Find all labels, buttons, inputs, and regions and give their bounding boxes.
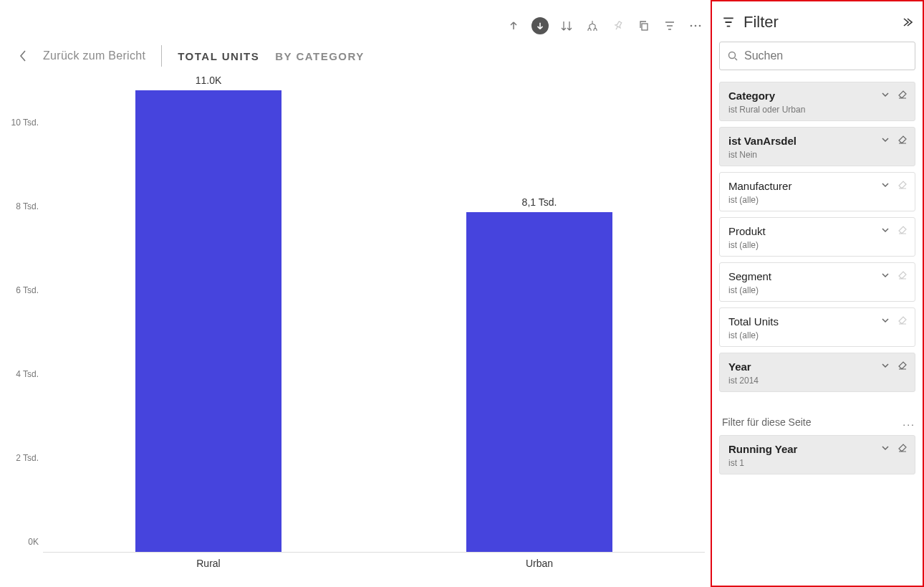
chevron-down-icon[interactable] <box>880 90 890 100</box>
search-input[interactable] <box>744 49 908 62</box>
filter-card-subtitle: ist (alle) <box>728 330 906 340</box>
filter-search[interactable] <box>719 42 915 70</box>
breadcrumb: Zurück zum Bericht TOTAL UNITS BY CATEGO… <box>0 0 711 69</box>
filter-card-actions <box>880 315 908 325</box>
chevron-down-icon[interactable] <box>880 315 890 325</box>
filter-card[interactable]: Segmentist (alle) <box>719 262 915 302</box>
filter-card-title: ist VanArsdel <box>728 135 906 147</box>
filter-card-subtitle: ist (alle) <box>728 195 906 205</box>
bar-value-label: 11.0K <box>135 75 281 86</box>
chart-area: 0K2 Tsd.4 Tsd.6 Tsd.8 Tsd.10 Tsd.11.0KRu… <box>0 69 711 587</box>
x-category-label: Rural <box>135 558 281 569</box>
filter-card[interactable]: Categoryist Rural oder Urban <box>719 82 915 121</box>
bar-group: 11.0KRural <box>135 90 281 552</box>
visual-filters-list: Categoryist Rural oder Urbanist VanArsde… <box>719 82 915 398</box>
back-label: Zurück zum Bericht <box>43 49 145 62</box>
filter-card-title: Manufacturer <box>728 180 906 192</box>
bar[interactable]: 11.0K <box>135 90 281 552</box>
chevron-down-icon[interactable] <box>880 443 890 453</box>
filter-panel: Filter Categoryist Rural oder Urbanist V… <box>711 0 924 587</box>
filter-card-subtitle: ist Rural oder Urban <box>728 105 906 115</box>
copy-icon[interactable] <box>636 18 652 34</box>
chevron-down-icon[interactable] <box>880 361 890 371</box>
separator <box>161 45 162 67</box>
filter-card-title: Segment <box>728 270 906 282</box>
filter-card-title: Total Units <box>728 315 906 328</box>
visual-toolbar <box>506 17 711 34</box>
filter-card-actions <box>880 180 908 190</box>
section-label-text: Filter für diese Seite <box>722 416 812 428</box>
plot-area: 0K2 Tsd.4 Tsd.6 Tsd.8 Tsd.10 Tsd.11.0KRu… <box>43 90 705 553</box>
y-tick-label: 4 Tsd. <box>3 369 39 379</box>
chevron-down-icon[interactable] <box>880 270 890 280</box>
bar[interactable]: 8,1 Tsd. <box>466 212 612 552</box>
chevron-left-icon <box>19 49 27 62</box>
y-tick-label: 10 Tsd. <box>3 118 39 128</box>
y-tick-label: 8 Tsd. <box>3 201 39 211</box>
svg-rect-0 <box>642 24 648 30</box>
filter-card-title: Produkt <box>728 225 906 237</box>
chevron-down-icon[interactable] <box>880 180 890 190</box>
filter-icon[interactable] <box>662 18 678 34</box>
filter-card-subtitle: ist (alle) <box>728 240 906 250</box>
tab-by-category[interactable]: BY CATEGORY <box>275 50 365 62</box>
y-tick-label: 2 Tsd. <box>3 453 39 463</box>
y-tick-label: 6 Tsd. <box>3 285 39 295</box>
drill-down-enabled-icon[interactable] <box>531 17 549 34</box>
eraser-icon[interactable] <box>897 135 908 145</box>
next-level-icon[interactable] <box>584 18 600 34</box>
filter-card-subtitle: ist (alle) <box>728 285 906 295</box>
filter-card-actions <box>880 90 908 100</box>
more-options-icon[interactable] <box>688 18 703 34</box>
filter-card-actions <box>880 270 908 280</box>
page-filters-section-label: Filter für diese Seite ... <box>722 416 915 428</box>
tab-total-units[interactable]: TOTAL UNITS <box>178 50 259 62</box>
eraser-icon <box>897 225 908 235</box>
eraser-icon[interactable] <box>897 443 908 453</box>
filter-card-title: Running Year <box>728 443 906 455</box>
collapse-panel-icon[interactable] <box>901 16 913 28</box>
filter-card-actions <box>880 225 908 235</box>
back-to-report-button[interactable]: Zurück zum Bericht <box>19 49 145 62</box>
eraser-icon <box>897 270 908 280</box>
filter-card[interactable]: Manufacturerist (alle) <box>719 172 915 211</box>
pin-icon[interactable] <box>610 18 626 34</box>
expand-all-icon[interactable] <box>559 18 574 34</box>
section-more-icon[interactable]: ... <box>903 416 915 428</box>
x-category-label: Urban <box>466 558 612 569</box>
drill-up-icon[interactable] <box>506 18 521 34</box>
chevron-down-icon[interactable] <box>880 225 890 235</box>
filter-card-actions <box>880 361 908 371</box>
filter-card[interactable]: ist VanArsdelist Nein <box>719 127 915 166</box>
filter-card-title: Category <box>728 90 906 102</box>
bar-group: 8,1 Tsd.Urban <box>466 90 612 552</box>
eraser-icon <box>897 315 908 325</box>
svg-point-4 <box>729 52 736 59</box>
filter-card-title: Year <box>728 361 906 373</box>
eraser-icon[interactable] <box>897 361 908 371</box>
filter-card[interactable]: Total Unitsist (alle) <box>719 307 915 347</box>
eraser-icon[interactable] <box>897 90 908 100</box>
filter-card-actions <box>880 135 908 145</box>
search-icon <box>727 50 738 62</box>
main-area: Zurück zum Bericht TOTAL UNITS BY CATEGO… <box>0 0 711 587</box>
svg-point-1 <box>690 25 693 27</box>
filter-card[interactable]: Produktist (alle) <box>719 217 915 257</box>
filter-card-actions <box>880 443 908 453</box>
chevron-down-icon[interactable] <box>880 135 890 145</box>
eraser-icon <box>897 180 908 190</box>
y-tick-label: 0K <box>3 537 39 547</box>
filter-card-subtitle: ist 2014 <box>728 376 906 386</box>
page-filters-list: Running Yearist 1 <box>719 435 915 480</box>
bar-value-label: 8,1 Tsd. <box>466 196 612 208</box>
funnel-icon <box>722 16 735 29</box>
filter-panel-title: Filter <box>743 13 892 32</box>
filter-card[interactable]: Running Yearist 1 <box>719 435 915 474</box>
filter-card-subtitle: ist Nein <box>728 150 906 160</box>
filter-card-subtitle: ist 1 <box>728 458 906 468</box>
filter-card[interactable]: Yearist 2014 <box>719 353 915 392</box>
svg-point-3 <box>699 25 701 27</box>
svg-point-2 <box>695 25 697 27</box>
filter-header: Filter <box>719 10 915 42</box>
